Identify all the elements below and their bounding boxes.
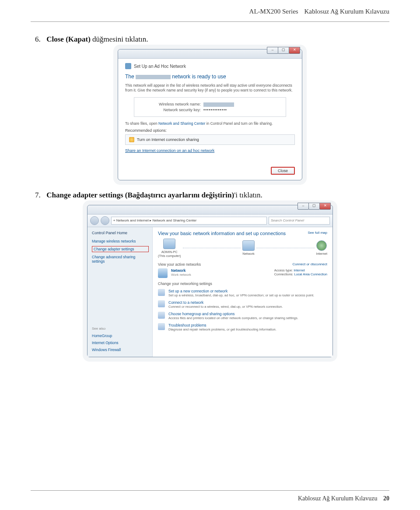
step-7-num: 7. xyxy=(35,191,45,200)
adhoc-wizard-window: – ▢ ✕ Set Up an Ad Hoc Network The netwo… xyxy=(118,49,302,180)
network-icon xyxy=(242,240,255,251)
change-settings-heading: Change your networking settings xyxy=(158,281,327,286)
wizard-paragraph: This network will appear in the list of … xyxy=(125,83,295,93)
task-setup-connection[interactable]: Set up a new connection or networkSet up… xyxy=(158,289,327,297)
step-7: 7. Change adapter settings (Bağdaştırıcı… xyxy=(35,191,389,200)
wizard-heading: The network is ready to use xyxy=(125,74,295,80)
cp-main-title: View your basic network information and … xyxy=(158,231,327,236)
footer-rule xyxy=(31,490,389,491)
recommended-title: Recommended options: xyxy=(125,128,295,133)
setup-icon xyxy=(158,289,165,296)
network-map: ADMIN-PC (This computer) Network Interne… xyxy=(158,239,327,258)
security-key-label: Network security key: xyxy=(140,108,203,112)
task-connect-network[interactable]: Connect to a networkConnect or reconnect… xyxy=(158,300,327,309)
seealso-internet-options[interactable]: Internet Options xyxy=(92,341,149,345)
recommended-option-label: Turn on Internet connection sharing xyxy=(137,137,199,142)
breadcrumb[interactable]: « Network and Internet ▸ Network and Sha… xyxy=(111,217,267,225)
connect-icon xyxy=(158,300,165,307)
header-rule xyxy=(31,21,389,22)
cp-window-close-button[interactable]: ✕ xyxy=(319,203,331,210)
sidebar-link-change-adapter[interactable]: Change adapter settings xyxy=(92,246,149,252)
sidebar-heading: Control Panel Home xyxy=(92,231,149,235)
network-info-box: Wireless network name: Network security … xyxy=(134,97,286,117)
step-6-bold: Close (Kapat) xyxy=(46,35,91,43)
task-homegroup[interactable]: Choose homegroup and sharing optionsAcce… xyxy=(158,312,327,320)
local-area-connection-link[interactable]: Local Area Connection xyxy=(294,272,327,276)
nav-forward-button[interactable] xyxy=(101,216,109,225)
seealso-windows-firewall[interactable]: Windows Firewall xyxy=(92,348,149,352)
wizard-icon xyxy=(125,63,131,69)
step-6-rest: düğmesini tıklatın. xyxy=(91,35,148,43)
wizard-subtitle: Set Up an Ad Hoc Network xyxy=(134,64,186,69)
troubleshoot-icon xyxy=(158,323,165,330)
page-header: AL-MX200 Series Kablosuz Ağ Kurulum Kıla… xyxy=(31,0,389,19)
node-pc: ADMIN-PC (This computer) xyxy=(158,239,181,258)
active-network-type: Work network xyxy=(171,273,191,277)
globe-icon xyxy=(316,240,327,251)
see-full-map-link[interactable]: See full map xyxy=(308,231,327,235)
security-key-value: ••••••••••••• xyxy=(203,108,227,112)
recommended-option[interactable]: Turn on Internet connection sharing xyxy=(125,134,295,145)
sidebar-link-advanced-sharing[interactable]: Change advanced sharing settings xyxy=(92,255,149,264)
control-panel-window: – ▢ ✕ « Network and Internet ▸ Network a… xyxy=(87,205,333,357)
homegroup-icon xyxy=(158,312,165,319)
step-6: 6. Close (Kapat) düğmesini tıklatın. xyxy=(35,35,389,44)
footer-title: Kablosuz Ağ Kurulum Kılavuzu xyxy=(298,495,378,502)
window-close-button[interactable]: ✕ xyxy=(289,47,300,54)
control-panel-sidebar: Control Panel Home Manage wireless netwo… xyxy=(88,227,153,357)
computer-icon xyxy=(163,239,175,249)
step-7-bold: Change adapter settings (Bağdaştırıcı ay… xyxy=(46,191,234,199)
share-adhoc-link[interactable]: Share an Internet connection on an ad ho… xyxy=(125,148,214,153)
cp-minimize-button[interactable]: – xyxy=(298,203,309,210)
minimize-button[interactable]: – xyxy=(267,47,278,54)
maximize-button[interactable]: ▢ xyxy=(278,47,289,54)
redacted-name xyxy=(136,75,171,79)
cp-maximize-button[interactable]: ▢ xyxy=(308,203,320,210)
active-network-name: Network xyxy=(171,268,191,273)
header-title: Kablosuz Ağ Kurulum Kılavuzu xyxy=(304,8,389,15)
footer-page-number: 20 xyxy=(383,495,389,502)
connect-disconnect-link[interactable]: Connect or disconnect xyxy=(292,262,327,266)
close-button[interactable]: Close xyxy=(271,167,295,175)
shield-icon xyxy=(129,137,134,142)
network-name-label: Wireless network name: xyxy=(140,102,203,107)
node-internet: Internet xyxy=(316,240,327,256)
node-network: Network xyxy=(242,240,255,256)
task-troubleshoot[interactable]: Troubleshoot problemsDiagnose and repair… xyxy=(158,323,327,331)
active-network-row: Network Work network Access type: Intern… xyxy=(158,268,327,278)
redacted-value xyxy=(203,102,234,107)
cp-titlebar: – ▢ ✕ xyxy=(88,205,332,215)
share-files-hint: To share files, open Network and Sharing… xyxy=(125,121,295,126)
network-sharing-link[interactable]: Network and Sharing Center xyxy=(158,121,205,126)
active-network-icon xyxy=(158,268,168,278)
step-6-num: 6. xyxy=(35,35,45,44)
page-footer: Kablosuz Ağ Kurulum Kılavuzu 20 xyxy=(298,495,389,502)
seealso-homegroup[interactable]: HomeGroup xyxy=(92,334,149,338)
search-input[interactable]: Search Control Panel xyxy=(269,217,330,225)
wizard-titlebar: – ▢ ✕ xyxy=(118,49,302,59)
step-7-rest: 'i tıklatın. xyxy=(234,191,262,199)
sidebar-link-manage-wireless[interactable]: Manage wireless networks xyxy=(92,239,149,243)
seealso-heading: See also xyxy=(92,327,149,331)
header-series: AL-MX200 Series xyxy=(249,8,298,15)
nav-back-button[interactable] xyxy=(90,216,99,225)
